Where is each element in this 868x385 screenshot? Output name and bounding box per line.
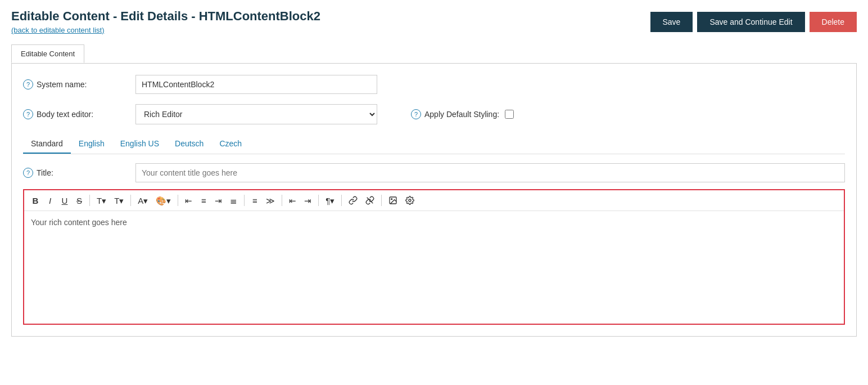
system-name-label: System name: xyxy=(37,80,87,89)
toolbar-fontsize-button[interactable]: T▾ xyxy=(111,194,127,207)
tab-standard[interactable]: Standard xyxy=(23,135,71,154)
svg-line-0 xyxy=(367,198,373,204)
title-help-icon[interactable]: ? xyxy=(23,168,33,178)
form-panel: ? System name: ? Body text editor: Rich … xyxy=(11,64,857,337)
page-title: Editable Content - Edit Details - HTMLCo… xyxy=(11,9,320,24)
title-label-group: ? Title: xyxy=(23,168,135,178)
apply-default-checkbox[interactable] xyxy=(505,110,514,119)
title-row: ? Title: xyxy=(23,163,845,182)
toolbar-separator-6 xyxy=(318,195,319,206)
apply-default-group: ? Apply Default Styling: xyxy=(411,109,514,119)
toolbar-indent-right-button[interactable]: ⇥ xyxy=(301,194,315,207)
toolbar-align-center-button[interactable]: ≡ xyxy=(197,194,210,207)
toolbar-separator-2 xyxy=(130,195,131,206)
toolbar-strikethrough-button[interactable]: S xyxy=(73,194,86,207)
tab-english[interactable]: English xyxy=(71,135,112,154)
toolbar-separator-8 xyxy=(381,195,382,206)
system-name-help-icon[interactable]: ? xyxy=(23,79,33,89)
page-header: Editable Content - Edit Details - HTMLCo… xyxy=(0,0,868,39)
save-button[interactable]: Save xyxy=(650,12,693,32)
toolbar-settings-button[interactable] xyxy=(402,194,418,207)
editor-placeholder: Your rich content goes here xyxy=(31,218,127,227)
delete-button[interactable]: Delete xyxy=(810,12,857,32)
toolbar-ul-button[interactable]: ≡ xyxy=(248,194,261,207)
editor-body[interactable]: Your rich content goes here xyxy=(24,211,844,324)
back-link[interactable]: (back to editable content list) xyxy=(11,26,320,34)
toolbar-italic-button[interactable]: I xyxy=(43,194,57,207)
tab-editable-content[interactable]: Editable Content xyxy=(11,44,84,63)
body-editor-label-group: ? Body text editor: xyxy=(23,109,135,119)
tab-deutsch[interactable]: Deutsch xyxy=(167,135,211,154)
system-name-input[interactable] xyxy=(135,75,377,94)
body-editor-row: ? Body text editor: Rich Editor Plain Te… xyxy=(23,104,845,124)
tab-english-us[interactable]: English US xyxy=(112,135,167,154)
toolbar-indent-left-button[interactable]: ⇤ xyxy=(286,194,300,207)
system-name-row: ? System name: xyxy=(23,75,845,94)
toolbar-fillcolor-button[interactable]: 🎨▾ xyxy=(152,194,174,207)
toolbar-font-button[interactable]: T▾ xyxy=(93,194,110,207)
system-name-label-group: ? System name: xyxy=(23,79,135,89)
main-content: Editable Content ? System name: ? Body t… xyxy=(0,39,868,348)
title-input[interactable] xyxy=(135,163,845,182)
toolbar-separator-4 xyxy=(244,195,245,206)
apply-default-help-icon[interactable]: ? xyxy=(411,109,421,119)
toolbar-justify-button[interactable]: ≣ xyxy=(227,194,241,207)
body-editor-help-icon[interactable]: ? xyxy=(23,109,33,119)
toolbar-link-button[interactable] xyxy=(345,194,361,207)
body-editor-select[interactable]: Rich Editor Plain Text Textarea xyxy=(135,104,377,124)
top-tab-strip: Editable Content xyxy=(11,44,857,64)
toolbar-separator-7 xyxy=(341,195,342,206)
editor-toolbar: B I U S T▾ T▾ A▾ 🎨▾ ⇤ ≡ ⇥ ≣ xyxy=(24,190,844,211)
rich-editor-container: B I U S T▾ T▾ A▾ 🎨▾ ⇤ ≡ ⇥ ≣ xyxy=(23,189,845,325)
toolbar-unlink-button[interactable] xyxy=(362,194,378,207)
toolbar-align-right-button[interactable]: ⇥ xyxy=(211,194,225,207)
toolbar-separator-3 xyxy=(178,195,178,206)
body-editor-label: Body text editor: xyxy=(37,110,93,119)
toolbar-textcolor-button[interactable]: A▾ xyxy=(134,194,151,207)
save-continue-button[interactable]: Save and Continue Edit xyxy=(697,12,804,32)
tab-czech[interactable]: Czech xyxy=(211,135,250,154)
header-buttons: Save Save and Continue Edit Delete xyxy=(650,12,857,32)
toolbar-underline-button[interactable]: U xyxy=(58,194,71,207)
svg-point-2 xyxy=(391,199,392,200)
toolbar-align-left-button[interactable]: ⇤ xyxy=(182,194,196,207)
toolbar-bold-button[interactable]: B xyxy=(29,194,42,207)
toolbar-ol-button[interactable]: ≫ xyxy=(263,194,278,207)
toolbar-separator-5 xyxy=(282,195,282,206)
page-wrapper: Editable Content - Edit Details - HTMLCo… xyxy=(0,0,868,385)
svg-point-3 xyxy=(409,199,411,202)
toolbar-image-button[interactable] xyxy=(385,194,401,207)
title-label: Title: xyxy=(37,168,53,177)
apply-default-label: Apply Default Styling: xyxy=(424,110,499,119)
toolbar-paragraph-button[interactable]: ¶▾ xyxy=(322,194,338,207)
page-title-area: Editable Content - Edit Details - HTMLCo… xyxy=(11,9,320,34)
language-tabs: Standard English English US Deutsch Czec… xyxy=(23,135,845,154)
toolbar-separator-1 xyxy=(89,195,90,206)
